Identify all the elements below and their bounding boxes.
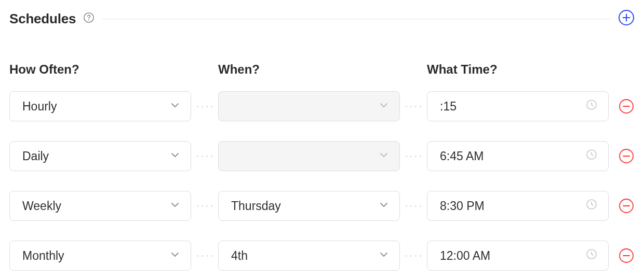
how-often-value: Hourly bbox=[22, 100, 57, 114]
chevron-down-icon bbox=[170, 199, 180, 213]
section-title: Schedules bbox=[9, 11, 76, 27]
header-divider bbox=[102, 19, 611, 19]
schedule-row: Hourly :15 bbox=[9, 91, 635, 121]
connector-dots bbox=[400, 106, 427, 107]
column-headers: How Often? When? What Time? bbox=[9, 62, 635, 77]
time-picker[interactable]: 6:45 AM bbox=[427, 141, 609, 171]
chevron-down-icon bbox=[170, 249, 180, 263]
clock-icon bbox=[585, 148, 598, 164]
column-header-when: When? bbox=[218, 62, 400, 77]
schedule-row: Daily 6:45 AM bbox=[9, 141, 635, 171]
help-button[interactable] bbox=[83, 12, 95, 25]
chevron-down-icon bbox=[170, 100, 180, 114]
chevron-down-icon bbox=[379, 100, 389, 114]
when-value: 4th bbox=[231, 249, 248, 263]
how-often-select[interactable]: Monthly bbox=[9, 241, 191, 271]
remove-schedule-button[interactable] bbox=[618, 98, 635, 115]
chevron-down-icon bbox=[379, 199, 389, 213]
plus-circle-icon bbox=[618, 9, 635, 26]
help-icon bbox=[83, 12, 95, 23]
minus-circle-icon bbox=[619, 148, 634, 164]
when-select[interactable]: Thursday bbox=[218, 191, 400, 221]
column-header-how-often: How Often? bbox=[9, 62, 191, 77]
when-value: Thursday bbox=[231, 199, 281, 213]
how-often-select[interactable]: Hourly bbox=[9, 91, 191, 121]
time-value: :15 bbox=[440, 100, 457, 114]
schedule-row: Weekly Thursday 8:30 PM bbox=[9, 191, 635, 221]
how-often-value: Monthly bbox=[22, 249, 64, 263]
clock-icon bbox=[585, 99, 598, 114]
connector-dots bbox=[400, 255, 427, 257]
clock-icon bbox=[585, 198, 598, 214]
how-often-value: Daily bbox=[22, 149, 49, 163]
add-schedule-button[interactable] bbox=[618, 9, 635, 28]
remove-schedule-button[interactable] bbox=[618, 148, 635, 164]
clock-icon bbox=[585, 248, 598, 263]
how-often-value: Weekly bbox=[22, 199, 61, 213]
time-picker[interactable]: :15 bbox=[427, 91, 609, 121]
column-header-what-time: What Time? bbox=[427, 62, 609, 77]
section-header: Schedules bbox=[9, 9, 635, 28]
svg-point-1 bbox=[88, 20, 89, 21]
minus-circle-icon bbox=[619, 248, 634, 263]
remove-schedule-button[interactable] bbox=[618, 247, 635, 264]
chevron-down-icon bbox=[170, 149, 180, 163]
time-picker[interactable]: 12:00 AM bbox=[427, 241, 609, 271]
how-often-select[interactable]: Daily bbox=[9, 141, 191, 171]
time-value: 8:30 PM bbox=[440, 199, 485, 213]
how-often-select[interactable]: Weekly bbox=[9, 191, 191, 221]
minus-circle-icon bbox=[619, 99, 634, 114]
connector-dots bbox=[191, 156, 218, 157]
when-select[interactable]: 4th bbox=[218, 241, 400, 271]
chevron-down-icon bbox=[379, 149, 389, 163]
chevron-down-icon bbox=[379, 249, 389, 263]
time-value: 12:00 AM bbox=[440, 249, 490, 263]
remove-schedule-button[interactable] bbox=[618, 198, 635, 214]
time-picker[interactable]: 8:30 PM bbox=[427, 191, 609, 221]
connector-dots bbox=[191, 255, 218, 257]
time-value: 6:45 AM bbox=[440, 149, 484, 163]
connector-dots bbox=[400, 205, 427, 207]
connector-dots bbox=[191, 205, 218, 207]
when-select bbox=[218, 141, 400, 171]
minus-circle-icon bbox=[619, 198, 634, 214]
schedule-row: Monthly 4th 12:00 AM bbox=[9, 241, 635, 271]
connector-dots bbox=[191, 106, 218, 107]
when-select bbox=[218, 91, 400, 121]
connector-dots bbox=[400, 156, 427, 157]
